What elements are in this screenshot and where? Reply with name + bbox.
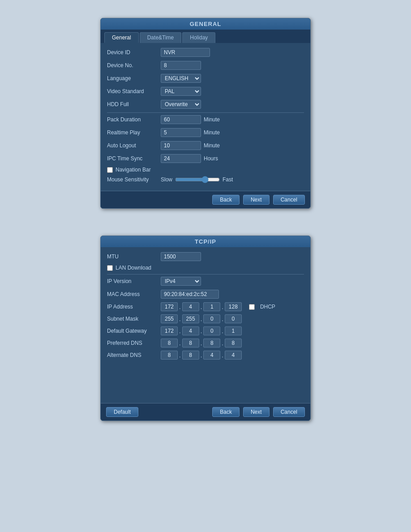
mouse-fast-label: Fast: [223, 176, 233, 183]
auto-logout-unit: Minute: [204, 142, 220, 149]
dns1-oct4-input[interactable]: [225, 339, 242, 348]
mtu-input[interactable]: [161, 252, 201, 261]
mouse-slow-label: Slow: [161, 176, 172, 183]
tcpip-title: TCP/IP: [101, 236, 310, 247]
preferred-dns-label: Preferred DNS: [107, 340, 161, 346]
ip-address-label: IP Address: [107, 304, 161, 310]
gw-oct4-input[interactable]: [225, 326, 242, 335]
navigation-bar-label: Navigation Bar: [116, 167, 151, 173]
tcpip-dialog: TCP/IP MTU LAN Download IP Version: [100, 236, 311, 421]
mac-address-row: MAC Address: [107, 289, 304, 299]
tab-datetime[interactable]: Date&Time: [140, 32, 182, 43]
ip-oct2-input[interactable]: [182, 302, 199, 311]
device-id-label: Device ID: [107, 49, 161, 56]
general-body: General Date&Time Holiday Device ID Devi…: [101, 30, 310, 191]
tcpip-body: MTU LAN Download IP Version IPv4: [101, 247, 310, 403]
ip-address-row: IP Address . . . DHCP: [107, 302, 304, 311]
tcpip-default-button[interactable]: Default: [106, 407, 138, 417]
dns2-oct2-input[interactable]: [182, 351, 199, 360]
general-back-button[interactable]: Back: [212, 195, 240, 205]
alternate-dns-label: Alternate DNS: [107, 352, 161, 358]
sm-oct2-input[interactable]: [182, 314, 199, 323]
tcpip-next-button[interactable]: Next: [243, 407, 270, 417]
mtu-row: MTU: [107, 252, 304, 262]
ipc-time-sync-input[interactable]: [161, 154, 201, 163]
general-form-area: Device ID Device No. Language ENGLISH: [101, 43, 310, 191]
device-no-input[interactable]: [161, 61, 201, 70]
mouse-sensitivity-row: Mouse Sensitivity Slow Fast: [107, 176, 304, 183]
ip-version-row: IP Version IPv4: [107, 276, 304, 286]
realtime-play-input[interactable]: [161, 128, 201, 137]
language-select[interactable]: ENGLISH: [161, 74, 201, 83]
preferred-dns-input-group: . . .: [161, 339, 242, 348]
mtu-label: MTU: [107, 253, 161, 260]
sm-oct1-input[interactable]: [161, 314, 178, 323]
subnet-mask-label: Subnet Mask: [107, 316, 161, 322]
gw-oct1-input[interactable]: [161, 326, 178, 335]
ip-version-label: IP Version: [107, 278, 161, 284]
lan-download-checkbox[interactable]: [107, 265, 113, 271]
ipc-time-sync-unit: Hours: [204, 155, 218, 162]
pack-duration-unit: Minute: [204, 116, 220, 123]
lan-download-row: LAN Download: [107, 265, 304, 271]
pack-duration-label: Pack Duration: [107, 116, 161, 123]
dns2-oct3-input[interactable]: [203, 351, 220, 360]
tcpip-form-area: MTU LAN Download IP Version IPv4: [101, 247, 310, 403]
mac-address-input[interactable]: [161, 290, 219, 299]
pack-duration-input[interactable]: [161, 115, 201, 124]
auto-logout-label: Auto Logout: [107, 142, 161, 149]
general-next-button[interactable]: Next: [243, 195, 270, 205]
navigation-bar-checkbox[interactable]: [107, 167, 113, 173]
ip-version-select[interactable]: IPv4: [161, 277, 201, 286]
auto-logout-input[interactable]: [161, 141, 201, 150]
mac-address-label: MAC Address: [107, 291, 161, 297]
sm-oct3-input[interactable]: [203, 314, 220, 323]
general-title: GENERAL: [101, 18, 310, 30]
ip-address-input-group: . . .: [161, 302, 242, 311]
default-gateway-row: Default Gateway . . .: [107, 326, 304, 335]
general-footer: Back Next Cancel: [101, 191, 310, 208]
video-standard-select[interactable]: PAL: [161, 87, 201, 96]
dns2-oct1-input[interactable]: [161, 351, 178, 360]
general-cancel-button[interactable]: Cancel: [273, 195, 305, 205]
dns2-oct4-input[interactable]: [225, 351, 242, 360]
language-row: Language ENGLISH: [107, 73, 304, 83]
tab-holiday[interactable]: Holiday: [182, 32, 215, 43]
default-gateway-label: Default Gateway: [107, 328, 161, 334]
hdd-full-select[interactable]: Overwrite: [161, 100, 201, 109]
tcpip-dialog-wrapper: TCP/IP MTU LAN Download IP Version: [100, 236, 311, 421]
subnet-mask-input-group: . . .: [161, 314, 242, 323]
subnet-mask-row: Subnet Mask . . .: [107, 314, 304, 323]
dhcp-checkbox[interactable]: [249, 304, 255, 310]
hdd-full-label: HDD Full: [107, 101, 161, 107]
dns1-oct3-input[interactable]: [203, 339, 220, 348]
sm-oct4-input[interactable]: [225, 314, 242, 323]
ipc-time-sync-label: IPC Time Sync: [107, 155, 161, 162]
ip-oct3-input[interactable]: [203, 302, 220, 311]
language-label: Language: [107, 75, 161, 82]
gw-oct2-input[interactable]: [182, 326, 199, 335]
general-tabs: General Date&Time Holiday: [101, 30, 310, 43]
realtime-play-label: Realtime Play: [107, 129, 161, 136]
lan-download-label: LAN Download: [116, 265, 151, 271]
navigation-bar-row: Navigation Bar: [107, 167, 304, 173]
device-no-row: Device No.: [107, 60, 304, 70]
video-standard-row: Video Standard PAL: [107, 86, 304, 96]
preferred-dns-row: Preferred DNS . . .: [107, 339, 304, 348]
mouse-sensitivity-slider[interactable]: [175, 176, 220, 183]
default-gateway-input-group: . . .: [161, 326, 242, 335]
dns1-oct1-input[interactable]: [161, 339, 178, 348]
ip-oct1-input[interactable]: [161, 302, 178, 311]
dns1-oct2-input[interactable]: [182, 339, 199, 348]
device-id-input[interactable]: [161, 48, 210, 57]
tcpip-cancel-button[interactable]: Cancel: [273, 407, 305, 417]
alternate-dns-row: Alternate DNS . . .: [107, 351, 304, 360]
tcpip-back-button[interactable]: Back: [212, 407, 240, 417]
tab-general[interactable]: General: [104, 32, 139, 43]
gw-oct3-input[interactable]: [203, 326, 220, 335]
dhcp-label: DHCP: [260, 304, 275, 310]
alternate-dns-input-group: . . .: [161, 351, 242, 360]
realtime-play-unit: Minute: [204, 129, 220, 136]
pack-duration-row: Pack Duration Minute: [107, 115, 304, 124]
ip-oct4-input[interactable]: [225, 302, 242, 311]
